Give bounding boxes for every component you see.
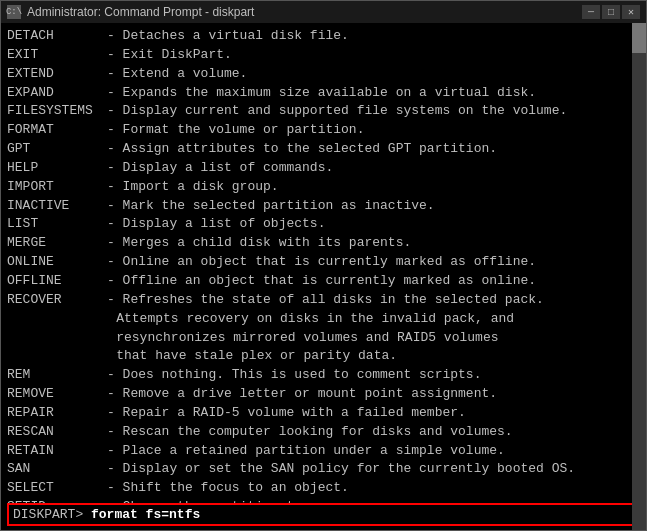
minimize-button[interactable]: ─ <box>582 5 600 19</box>
terminal-icon: C:\ <box>7 5 21 19</box>
cmd-desc: - Place a retained partition under a sim… <box>107 442 505 461</box>
cmd-desc: - Format the volume or partition. <box>107 121 364 140</box>
terminal-line: Attempts recovery on disks in the invali… <box>7 310 640 329</box>
terminal-line: ONLINE - Online an object that is curren… <box>7 253 640 272</box>
cmd-name: FORMAT <box>7 121 107 140</box>
cmd-name: HELP <box>7 159 107 178</box>
terminal-line: resynchronizes mirrored volumes and RAID… <box>7 329 640 348</box>
close-button[interactable]: ✕ <box>622 5 640 19</box>
terminal-line: SAN - Display or set the SAN policy for … <box>7 460 640 479</box>
terminal-line: that have stale plex or parity data. <box>7 347 640 366</box>
cmd-desc: - Repair a RAID-5 volume with a failed m… <box>107 404 466 423</box>
cmd-desc: - Expands the maximum size available on … <box>107 84 536 103</box>
terminal-line: REPAIR - Repair a RAID-5 volume with a f… <box>7 404 640 423</box>
cmd-name: SAN <box>7 460 107 479</box>
cmd-desc: - Detaches a virtual disk file. <box>107 27 349 46</box>
cmd-desc: - Display a list of commands. <box>107 159 333 178</box>
cmd-name: REM <box>7 366 107 385</box>
cmd-desc: - Refreshes the state of all disks in th… <box>107 291 544 310</box>
cmd-continuation: Attempts recovery on disks in the invali… <box>7 310 514 329</box>
terminal-line: REMOVE - Remove a drive letter or mount … <box>7 385 640 404</box>
cmd-desc: - Rescan the computer looking for disks … <box>107 423 513 442</box>
cmd-name: EXPAND <box>7 84 107 103</box>
cmd-name: DETACH <box>7 27 107 46</box>
cmd-name: RESCAN <box>7 423 107 442</box>
cmd-name: MERGE <box>7 234 107 253</box>
cmd-desc: - Display a list of objects. <box>107 215 325 234</box>
cmd-continuation: that have stale plex or parity data. <box>7 347 397 366</box>
terminal-body: DETACH - Detaches a virtual disk file.EX… <box>1 23 646 530</box>
cmd-name: SELECT <box>7 479 107 498</box>
terminal-line: FORMAT - Format the volume or partition. <box>7 121 640 140</box>
cmd-desc: - Extend a volume. <box>107 65 247 84</box>
title-bar-left: C:\ Administrator: Command Prompt - disk… <box>7 5 254 19</box>
window: C:\ Administrator: Command Prompt - disk… <box>0 0 647 531</box>
cmd-desc: - Exit DiskPart. <box>107 46 232 65</box>
prompt-command: format fs=ntfs <box>91 507 200 522</box>
terminal-line: EXIT - Exit DiskPart. <box>7 46 640 65</box>
cmd-desc: - Online an object that is currently mar… <box>107 253 536 272</box>
terminal-line: REM - Does nothing. This is used to comm… <box>7 366 640 385</box>
cmd-name: REPAIR <box>7 404 107 423</box>
terminal-line: GPT - Assign attributes to the selected … <box>7 140 640 159</box>
cmd-desc: - Display current and supported file sys… <box>107 102 567 121</box>
cmd-desc: - Offline an object that is currently ma… <box>107 272 536 291</box>
scrollbar-thumb[interactable] <box>632 23 646 53</box>
terminal-line: RECOVER - Refreshes the state of all dis… <box>7 291 640 310</box>
cmd-desc: - Display or set the SAN policy for the … <box>107 460 575 479</box>
terminal-line: RETAIN - Place a retained partition unde… <box>7 442 640 461</box>
terminal-line: INACTIVE - Mark the selected partition a… <box>7 197 640 216</box>
cmd-name: FILESYSTEMS <box>7 102 107 121</box>
cmd-name: EXTEND <box>7 65 107 84</box>
terminal-line: OFFLINE - Offline an object that is curr… <box>7 272 640 291</box>
title-bar: C:\ Administrator: Command Prompt - disk… <box>1 1 646 23</box>
cmd-name: LIST <box>7 215 107 234</box>
terminal-content: DETACH - Detaches a virtual disk file.EX… <box>7 27 640 503</box>
cmd-desc: - Import a disk group. <box>107 178 279 197</box>
cmd-name: RETAIN <box>7 442 107 461</box>
terminal-line: LIST - Display a list of objects. <box>7 215 640 234</box>
cmd-name: IMPORT <box>7 178 107 197</box>
cmd-desc: - Mark the selected partition as inactiv… <box>107 197 435 216</box>
window-controls: ─ □ ✕ <box>582 5 640 19</box>
cmd-desc: - Assign attributes to the selected GPT … <box>107 140 497 159</box>
terminal-line: SELECT - Shift the focus to an object. <box>7 479 640 498</box>
cmd-name: GPT <box>7 140 107 159</box>
prompt-area[interactable]: DISKPART> format fs=ntfs <box>7 503 640 526</box>
cmd-name: RECOVER <box>7 291 107 310</box>
cmd-desc: - Does nothing. This is used to comment … <box>107 366 481 385</box>
terminal-line: MERGE - Merges a child disk with its par… <box>7 234 640 253</box>
cmd-desc: - Shift the focus to an object. <box>107 479 349 498</box>
terminal-line: FILESYSTEMS - Display current and suppor… <box>7 102 640 121</box>
cmd-name: INACTIVE <box>7 197 107 216</box>
terminal-line: HELP - Display a list of commands. <box>7 159 640 178</box>
terminal-line: DETACH - Detaches a virtual disk file. <box>7 27 640 46</box>
cmd-name: REMOVE <box>7 385 107 404</box>
cmd-name: ONLINE <box>7 253 107 272</box>
cmd-name: EXIT <box>7 46 107 65</box>
terminal-line: EXPAND - Expands the maximum size availa… <box>7 84 640 103</box>
cmd-continuation: resynchronizes mirrored volumes and RAID… <box>7 329 498 348</box>
cmd-name: OFFLINE <box>7 272 107 291</box>
cmd-desc: - Merges a child disk with its parents. <box>107 234 411 253</box>
maximize-button[interactable]: □ <box>602 5 620 19</box>
window-title: Administrator: Command Prompt - diskpart <box>27 5 254 19</box>
terminal-line: EXTEND - Extend a volume. <box>7 65 640 84</box>
cmd-desc: - Remove a drive letter or mount point a… <box>107 385 497 404</box>
prompt-prefix: DISKPART> <box>13 507 91 522</box>
scrollbar[interactable] <box>632 23 646 530</box>
terminal-line: IMPORT - Import a disk group. <box>7 178 640 197</box>
terminal-line: RESCAN - Rescan the computer looking for… <box>7 423 640 442</box>
